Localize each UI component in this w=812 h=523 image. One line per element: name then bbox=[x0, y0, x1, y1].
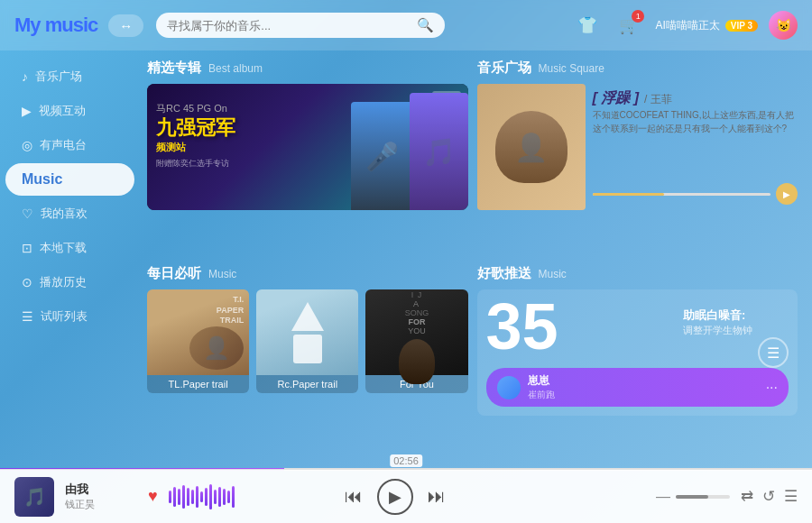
song-desc-title: 助眠白噪音: bbox=[683, 307, 752, 324]
sidebar-item-video[interactable]: ▶ 视频互动 bbox=[5, 95, 134, 127]
progress-bar-sq[interactable] bbox=[593, 193, 771, 196]
foryou-figure: MR. I J A SONG FOR YOU bbox=[365, 289, 467, 375]
time-display: 02:56 bbox=[390, 454, 422, 467]
bottom-player: 🎵 由我 钱正昊 ♥ ⏮ ▶ ⏭ — ⇄ ↺ ☰ bbox=[0, 469, 812, 523]
nav-arrows[interactable]: ↔ bbox=[108, 14, 143, 37]
best-album-section: 精选专辑 Best album 马RC 45 PG On 九强冠军 频测站 附赠… bbox=[147, 60, 468, 256]
tl-face: 👤 bbox=[189, 326, 244, 370]
download-icon: ⊡ bbox=[22, 241, 32, 255]
user-info: AI喵喵喵正太 VIP 3 bbox=[655, 18, 758, 33]
sidebar-item-music-square[interactable]: ♪ 音乐广场 bbox=[5, 60, 134, 93]
player-extra-btns: ⇄ ↺ ☰ bbox=[741, 487, 798, 506]
daily-card-label-tl: TL.Paper trail bbox=[147, 375, 249, 393]
content-area: 精选专辑 Best album 马RC 45 PG On 九强冠军 频测站 附赠… bbox=[140, 50, 812, 469]
search-input[interactable] bbox=[167, 19, 417, 32]
sidebar-item-music[interactable]: Music bbox=[5, 163, 134, 196]
sidebar: ♪ 音乐广场 ▶ 视频互动 ◎ 有声电台 Music ♡ 我的喜欢 ⊡ 本地下载… bbox=[0, 50, 140, 469]
wave-bar-1 bbox=[169, 491, 171, 503]
main-layout: ♪ 音乐广场 ▶ 视频互动 ◎ 有声电台 Music ♡ 我的喜欢 ⊡ 本地下载… bbox=[0, 50, 812, 469]
best-album-banner[interactable]: 马RC 45 PG On 九强冠军 频测站 附赠陈奕仁选手专访 专辑 🎤 🎵 bbox=[147, 84, 468, 210]
daily-card-rc[interactable]: Rc.Paper trail bbox=[256, 289, 358, 393]
volume-fill bbox=[676, 495, 708, 499]
wave-bar-8 bbox=[200, 491, 203, 502]
rc-figure bbox=[256, 289, 358, 375]
song-desc-sub: 调整开学生物钟 bbox=[683, 324, 752, 337]
search-icon[interactable]: 🔍 bbox=[417, 17, 434, 33]
heart-icon: ♡ bbox=[22, 206, 33, 221]
waveform-visualizer bbox=[169, 483, 235, 510]
topbar: My music ↔ 🔍 👕 🛒 1 AI喵喵喵正太 VIP 3 😺 bbox=[0, 0, 812, 50]
menu-btn-circle[interactable]: ☰ bbox=[758, 337, 789, 368]
wave-bar-9 bbox=[205, 488, 208, 506]
song-pill-info: 崽崽 崔前跑 bbox=[528, 373, 759, 401]
sidebar-label-history: 播放历史 bbox=[40, 274, 87, 290]
banner-label: 马RC 45 PG On bbox=[156, 102, 235, 115]
repeat-btn[interactable]: ↺ bbox=[762, 487, 775, 506]
player-song-artist: 钱正昊 bbox=[65, 498, 137, 511]
song-label: SONG bbox=[399, 308, 435, 317]
wave-bar-11 bbox=[214, 490, 217, 504]
daily-card-img-rc bbox=[256, 289, 358, 375]
best-album-title-cn: 精选专辑 bbox=[147, 60, 201, 77]
sidebar-item-history[interactable]: ⊙ 播放历史 bbox=[5, 266, 134, 298]
play-btn-sq[interactable]: ▶ bbox=[776, 183, 798, 205]
banner-person2: 🎵 bbox=[410, 93, 468, 210]
daily-card-tl[interactable]: T.I.PAPERTRAIL 👤 TL.Paper trail bbox=[147, 289, 249, 393]
music-square-title-en: Music Square bbox=[539, 62, 604, 75]
cart-icon-btn[interactable]: 🛒 1 bbox=[614, 10, 644, 41]
shirt-icon-btn[interactable]: 👕 bbox=[572, 10, 603, 41]
wave-bar-4 bbox=[182, 485, 185, 509]
sidebar-label-video: 视频互动 bbox=[39, 103, 86, 119]
rc-shapes bbox=[291, 302, 324, 363]
rc-square bbox=[293, 335, 322, 363]
sidebar-item-download[interactable]: ⊡ 本地下载 bbox=[5, 232, 134, 264]
banner-background: 马RC 45 PG On 九强冠军 频测站 附赠陈奕仁选手专访 专辑 🎤 🎵 bbox=[147, 84, 468, 210]
sidebar-item-favorites[interactable]: ♡ 我的喜欢 bbox=[5, 197, 134, 230]
best-album-title-en: Best album bbox=[208, 62, 263, 75]
app-logo[interactable]: My music bbox=[14, 14, 97, 37]
volume-bar[interactable] bbox=[676, 495, 730, 499]
player-thumbnail: 🎵 bbox=[14, 477, 54, 517]
clock-icon: ⊙ bbox=[22, 275, 32, 289]
album-cover[interactable]: 👤 bbox=[477, 84, 586, 210]
previous-btn[interactable]: ⏮ bbox=[345, 486, 363, 507]
music-square-header: 音乐广场 Music Square bbox=[477, 60, 798, 77]
volume-icon[interactable]: — bbox=[656, 489, 670, 505]
favorite-heart-btn[interactable]: ♥ bbox=[148, 487, 158, 506]
current-song-pill[interactable]: 崽崽 崔前跑 ··· bbox=[486, 368, 789, 407]
logo-my: My music bbox=[14, 14, 97, 36]
vip-badge: VIP 3 bbox=[725, 20, 758, 32]
wave-bar-3 bbox=[178, 489, 180, 505]
song-pill-more[interactable]: ··· bbox=[766, 380, 778, 396]
sidebar-label-listen-list: 试听列表 bbox=[41, 308, 88, 325]
player-song-info: 由我 钱正昊 bbox=[65, 482, 137, 511]
next-btn[interactable]: ⏭ bbox=[428, 486, 446, 507]
daily-grid: T.I.PAPERTRAIL 👤 TL.Paper trail bbox=[147, 289, 468, 393]
avatar[interactable]: 😺 bbox=[769, 11, 798, 40]
player-controls: ⏮ ▶ ⏭ bbox=[345, 479, 446, 515]
album-description: 不知道COCOFEAT THING,以上这些东西,是有人把这个联系到一起的还是只… bbox=[593, 108, 798, 135]
banner-person1: 🎤 bbox=[351, 102, 414, 210]
wave-bar-15 bbox=[232, 486, 235, 508]
banner-big-text: 九强冠军 bbox=[156, 117, 235, 139]
play-pause-btn[interactable]: ▶ bbox=[377, 479, 413, 515]
daily-card-foryou[interactable]: MR. I J A SONG FOR YOU For You bbox=[365, 289, 467, 393]
sidebar-item-listen-list[interactable]: ☰ 试听列表 bbox=[5, 300, 134, 333]
good-songs-title-cn: 好歌推送 bbox=[477, 265, 531, 282]
shuffle-btn[interactable]: ⇄ bbox=[741, 487, 753, 506]
wave-bar-2 bbox=[173, 487, 176, 507]
daily-music-title-cn: 每日必听 bbox=[147, 265, 201, 282]
sidebar-label-download: 本地下载 bbox=[40, 240, 87, 256]
wave-bar-14 bbox=[227, 491, 230, 503]
sidebar-item-radio[interactable]: ◎ 有声电台 bbox=[5, 129, 134, 161]
album-progress: ▶ bbox=[593, 183, 798, 205]
song-description: 助眠白噪音: 调整开学生物钟 bbox=[683, 307, 752, 337]
sidebar-label-music-square: 音乐广场 bbox=[35, 69, 82, 85]
daily-card-label-rc: Rc.Paper trail bbox=[256, 375, 358, 393]
playlist-btn[interactable]: ☰ bbox=[784, 487, 798, 506]
a-label: A bbox=[399, 299, 435, 308]
song-pill-artist: 崔前跑 bbox=[528, 389, 759, 401]
good-songs-content: 35 助眠白噪音: 调整开学生物钟 ☰ 崽崽 崔前跑 ··· bbox=[477, 289, 798, 416]
song-pill-name: 崽崽 bbox=[528, 373, 759, 389]
wave-bar-13 bbox=[223, 489, 226, 505]
